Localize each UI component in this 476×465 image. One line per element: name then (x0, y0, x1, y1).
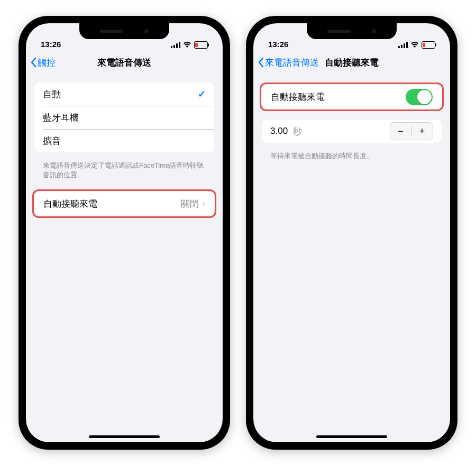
wifi-icon (410, 42, 419, 48)
option-auto[interactable]: 自動 ✓ (34, 83, 214, 106)
chevron-left-icon (30, 57, 36, 68)
svg-rect-7 (406, 42, 408, 48)
status-right: 17 (171, 41, 208, 49)
row-label: 自動接聽來電 (43, 198, 181, 210)
battery-icon: 17 (194, 41, 208, 49)
option-bluetooth[interactable]: 藍牙耳機 (34, 106, 214, 129)
wifi-icon (183, 42, 191, 48)
chevron-left-icon (258, 57, 264, 68)
delay-footer: 等待來電被自動接聽的時間長度。 (253, 148, 450, 170)
delay-unit: 秒 (293, 125, 302, 138)
phone-frame-left: 13:26 17 觸控 來電語 (19, 16, 230, 450)
row-value: 關閉 (181, 198, 199, 210)
chevron-right-icon: › (202, 198, 205, 209)
back-label: 觸控 (38, 57, 56, 69)
delay-row: 3.00 秒 − + (262, 120, 442, 143)
routing-options-group: 自動 ✓ 藍牙耳機 擴音 (34, 83, 214, 152)
svg-rect-4 (398, 46, 400, 48)
back-button[interactable]: 觸控 (30, 57, 56, 69)
page-title: 自動接聽來電 (325, 57, 379, 69)
highlight-box: 自動接聽來電 關閉 › (32, 189, 216, 218)
stepper-minus-button[interactable]: − (390, 123, 411, 140)
svg-rect-5 (401, 45, 402, 48)
option-label: 藍牙耳機 (43, 112, 206, 124)
checkmark-icon: ✓ (198, 88, 206, 100)
nav-bar: 觸控 來電語音傳送 (26, 51, 223, 74)
phone-frame-right: 13:26 17 來電語音傳送 (246, 16, 457, 450)
page-title: 來電語音傳送 (97, 57, 151, 69)
option-label: 擴音 (43, 135, 206, 147)
option-speaker[interactable]: 擴音 (34, 129, 214, 152)
row-label: 自動接聽來電 (271, 91, 406, 103)
notch (307, 23, 397, 39)
notch (79, 23, 169, 39)
stepper-plus-button[interactable]: + (411, 123, 433, 140)
back-label: 來電語音傳送 (265, 57, 319, 69)
stepper: − + (390, 122, 434, 140)
status-time: 13:26 (268, 40, 288, 49)
toggle-switch[interactable] (406, 89, 433, 105)
option-label: 自動 (43, 88, 198, 101)
cellular-signal-icon (398, 42, 408, 48)
svg-rect-0 (171, 46, 172, 48)
auto-answer-row[interactable]: 自動接聽來電 關閉 › (35, 192, 214, 215)
back-button[interactable]: 來電語音傳送 (258, 57, 319, 69)
status-time: 13:26 (41, 40, 61, 49)
auto-answer-toggle-row[interactable]: 自動接聽來電 (262, 85, 441, 108)
highlight-box: 自動接聽來電 (260, 83, 444, 111)
content: 自動接聽來電 3.00 秒 − + (253, 74, 450, 442)
cellular-signal-icon (171, 42, 180, 48)
content: 自動 ✓ 藍牙耳機 擴音 來電語音傳送決定了電話通話或FaceTime語音時聆聽… (26, 74, 223, 442)
svg-rect-1 (173, 45, 175, 48)
delay-value: 3.00 (270, 126, 288, 136)
svg-rect-3 (179, 42, 180, 48)
delay-group: 3.00 秒 − + (262, 120, 442, 143)
home-indicator[interactable] (89, 435, 160, 438)
status-right: 17 (398, 41, 435, 49)
nav-bar: 來電語音傳送 自動接聽來電 (253, 51, 450, 74)
screen-left: 13:26 17 觸控 來電語 (26, 23, 223, 442)
auto-answer-group: 自動接聽來電 關閉 › (35, 192, 214, 215)
svg-rect-6 (404, 43, 405, 48)
battery-icon: 17 (422, 41, 435, 49)
auto-answer-toggle-group: 自動接聽來電 (262, 85, 441, 108)
toggle-knob (417, 90, 432, 104)
routing-footer: 來電語音傳送決定了電話通話或FaceTime語音時聆聽音訊的位置。 (26, 158, 223, 189)
home-indicator[interactable] (316, 435, 387, 438)
screen-right: 13:26 17 來電語音傳送 (253, 23, 450, 442)
svg-rect-2 (176, 43, 178, 48)
